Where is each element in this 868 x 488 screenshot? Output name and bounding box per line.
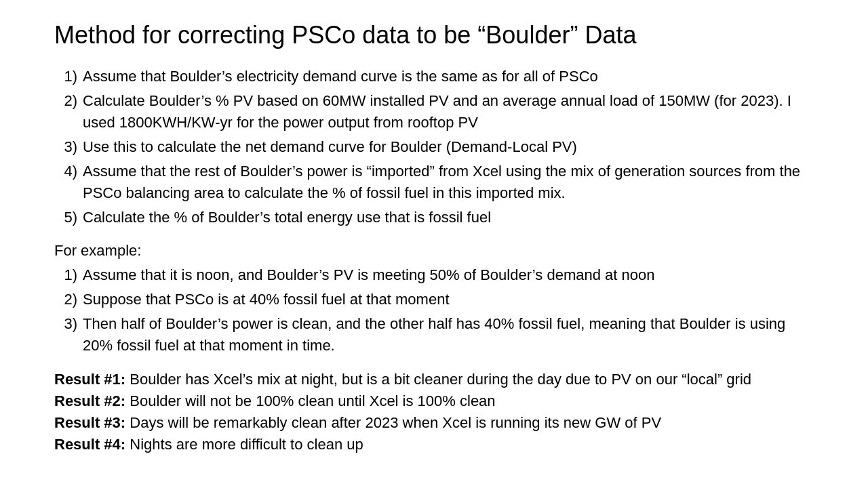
list-content: Then half of Boulder’s power is clean, a… [83, 313, 814, 357]
list-number: 1) [54, 264, 83, 286]
list-number: 4) [54, 161, 83, 204]
result-label: Result #3: [54, 414, 125, 431]
method-list-item: 5)Calculate the % of Boulder’s total ene… [54, 207, 814, 228]
result-line: Result #1: Boulder has Xcel’s mix at nig… [54, 369, 814, 390]
slide: Method for correcting PSCo data to be “B… [0, 0, 868, 488]
result-line: Result #3: Days will be remarkably clean… [54, 412, 814, 434]
result-text: Boulder will not be 100% clean until Xce… [125, 392, 495, 409]
example-list-item: 2)Suppose that PSCo is at 40% fossil fue… [54, 289, 814, 310]
list-content: Calculate Boulder’s % PV based on 60MW i… [83, 90, 814, 134]
list-content: Suppose that PSCo is at 40% fossil fuel … [83, 289, 814, 310]
method-list: 1)Assume that Boulder’s electricity dema… [54, 66, 814, 228]
result-text: Days will be remarkably clean after 2023… [125, 414, 661, 431]
list-number: 2) [54, 90, 83, 134]
list-number: 5) [54, 207, 83, 228]
list-content: Use this to calculate the net demand cur… [83, 136, 814, 158]
results-section: Result #1: Boulder has Xcel’s mix at nig… [54, 369, 814, 455]
method-list-item: 2)Calculate Boulder’s % PV based on 60MW… [54, 90, 814, 134]
method-list-item: 3)Use this to calculate the net demand c… [54, 136, 814, 158]
result-text: Boulder has Xcel’s mix at night, but is … [125, 371, 751, 388]
list-number: 1) [54, 66, 83, 87]
result-line: Result #4: Nights are more difficult to … [54, 434, 814, 455]
main-content: 1)Assume that Boulder’s electricity dema… [54, 66, 814, 455]
result-label: Result #2: [54, 392, 125, 409]
method-list-item: 4)Assume that the rest of Boulder’s powe… [54, 161, 814, 204]
list-content: Assume that Boulder’s electricity demand… [83, 66, 814, 87]
list-number: 3) [54, 136, 83, 158]
list-number: 3) [54, 313, 83, 357]
list-content: Assume that the rest of Boulder’s power … [83, 161, 814, 204]
list-content: Calculate the % of Boulder’s total energ… [83, 207, 814, 228]
list-number: 2) [54, 289, 83, 310]
example-list: 1)Assume that it is noon, and Boulder’s … [54, 264, 814, 357]
list-content: Assume that it is noon, and Boulder’s PV… [83, 264, 814, 286]
result-label: Result #1: [54, 371, 125, 388]
result-label: Result #4: [54, 436, 125, 453]
method-list-item: 1)Assume that Boulder’s electricity dema… [54, 66, 814, 87]
example-list-item: 1)Assume that it is noon, and Boulder’s … [54, 264, 814, 286]
result-text: Nights are more difficult to clean up [125, 436, 363, 453]
slide-title: Method for correcting PSCo data to be “B… [54, 20, 814, 49]
result-line: Result #2: Boulder will not be 100% clea… [54, 390, 814, 412]
example-label: For example: [54, 240, 814, 262]
example-list-item: 3)Then half of Boulder’s power is clean,… [54, 313, 814, 357]
